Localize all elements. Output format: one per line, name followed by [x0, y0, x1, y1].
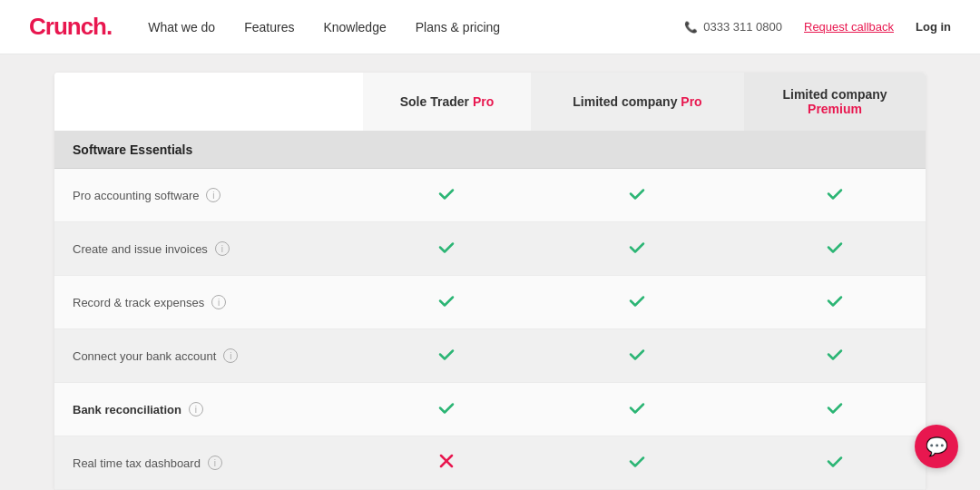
info-icon[interactable]: i [211, 295, 226, 309]
value-cell [744, 222, 926, 276]
limited-company-label: Limited company [573, 94, 681, 109]
table-row: Create and issue invoicesi [54, 222, 926, 276]
phone-icon: 📞 [684, 21, 698, 34]
cross-icon [436, 451, 456, 471]
info-icon[interactable]: i [208, 456, 222, 470]
check-icon [627, 397, 647, 417]
sole-trader-pro-header: Sole Trader Pro [363, 73, 531, 132]
chat-bubble[interactable]: 💬 [915, 425, 958, 468]
feature-label: Create and issue invoices [73, 242, 208, 256]
table-row: Record & track expensesi [54, 276, 926, 329]
feature-label: Pro accounting software [73, 189, 199, 202]
phone-number-text: 0333 311 0800 [703, 20, 782, 34]
value-cell [363, 169, 531, 222]
value-cell [744, 436, 926, 490]
info-icon[interactable]: i [206, 188, 220, 202]
value-cell [531, 276, 744, 329]
main-content: Sole Trader Pro Limited company Pro Limi… [0, 54, 980, 490]
value-cell [531, 436, 744, 490]
nav-links: What we do Features Knowledge Plans & pr… [148, 20, 684, 34]
feature-column-header [54, 73, 363, 132]
pricing-table: Sole Trader Pro Limited company Pro Limi… [54, 73, 926, 490]
info-icon[interactable]: i [189, 402, 203, 416]
feature-cell: Bank reconciliationi [73, 402, 345, 416]
value-cell [363, 383, 531, 436]
feature-cell: Pro accounting softwarei [73, 188, 345, 202]
feature-cell: Real time tax dashboardi [73, 456, 345, 470]
check-icon [436, 290, 456, 310]
feature-label: Bank reconciliation [73, 403, 181, 416]
feature-cell: Record & track expensesi [73, 295, 345, 309]
value-cell [363, 222, 531, 276]
pricing-table-wrapper: Sole Trader Pro Limited company Pro Limi… [54, 73, 926, 490]
info-icon[interactable]: i [223, 348, 238, 363]
check-icon [825, 397, 845, 417]
sole-trader-label: Sole Trader [400, 94, 473, 109]
sole-trader-pro-label: Pro [473, 94, 494, 109]
section-title: Software Essentials [54, 132, 926, 169]
check-icon [436, 397, 456, 417]
value-cell [744, 169, 926, 222]
limited-company-pro-label: Pro [681, 94, 701, 109]
limited-company-premium-label: Limited company [782, 87, 887, 102]
feature-cell: Create and issue invoicesi [73, 241, 345, 256]
nav-link-knowledge[interactable]: Knowledge [323, 20, 386, 34]
feature-cell: Connect your bank accounti [73, 348, 345, 363]
check-icon [436, 344, 456, 364]
info-icon[interactable]: i [215, 241, 230, 256]
value-cell [744, 276, 926, 329]
check-icon [825, 344, 845, 364]
table-row: Pro accounting softwarei [54, 169, 926, 222]
nav-link-features[interactable]: Features [244, 20, 294, 34]
table-header-row: Sole Trader Pro Limited company Pro Limi… [54, 73, 926, 132]
value-cell [531, 169, 744, 222]
value-cell [744, 383, 926, 436]
nav-right: 📞 0333 311 0800 Request callback Log in [684, 20, 951, 34]
nav-link-what-we-do[interactable]: What we do [148, 20, 215, 34]
check-icon [825, 290, 845, 310]
feature-label: Record & track expenses [73, 296, 204, 309]
value-cell [744, 329, 926, 383]
limited-company-premium-header: Limited company Premium [744, 73, 926, 132]
table-row: Connect your bank accounti [54, 329, 926, 383]
table-row: Real time tax dashboardi [54, 436, 926, 490]
nav-link-plans-pricing[interactable]: Plans & pricing [416, 20, 500, 34]
check-icon [627, 183, 647, 203]
feature-label: Connect your bank account [73, 349, 216, 363]
login-link[interactable]: Log in [916, 20, 951, 34]
value-cell [531, 329, 744, 383]
value-cell [363, 436, 531, 490]
check-icon [627, 451, 647, 471]
logo[interactable]: Crunch. [29, 13, 112, 41]
value-cell [531, 222, 744, 276]
check-icon [825, 183, 845, 203]
chat-icon: 💬 [926, 436, 948, 457]
section-software-essentials: Software Essentials [54, 132, 926, 169]
value-cell [363, 276, 531, 329]
value-cell [531, 383, 744, 436]
check-icon [825, 237, 845, 257]
check-icon [436, 237, 456, 257]
limited-company-pro-header: Limited company Pro [531, 73, 744, 132]
table-row: Bank reconciliationi [54, 383, 926, 436]
premium-label: Premium [808, 102, 862, 116]
check-icon [627, 290, 647, 310]
check-icon [627, 237, 647, 257]
navbar: Crunch. What we do Features Knowledge Pl… [0, 0, 980, 54]
value-cell [363, 329, 531, 383]
phone-number: 📞 0333 311 0800 [684, 20, 782, 34]
request-callback-link[interactable]: Request callback [804, 20, 894, 34]
check-icon [627, 344, 647, 364]
check-icon [436, 183, 456, 203]
check-icon [825, 451, 845, 471]
feature-label: Real time tax dashboard [73, 456, 201, 470]
